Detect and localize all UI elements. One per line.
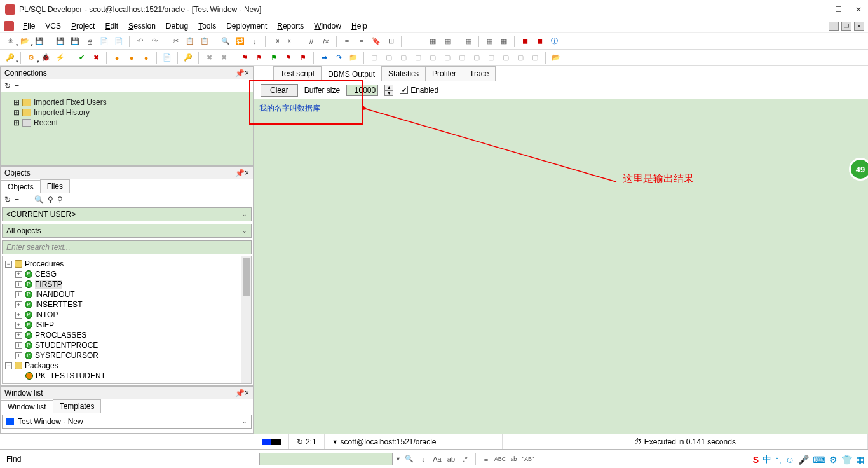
flag-r4[interactable]: ⚑ bbox=[297, 52, 309, 64]
winlist-pin-icon[interactable]: 📌 bbox=[235, 389, 245, 397]
enabled-checkbox[interactable]: ✔Enabled bbox=[400, 86, 438, 95]
w9[interactable]: ▢ bbox=[485, 52, 498, 64]
procedure-item[interactable]: SYSREFCURSOR bbox=[35, 351, 98, 360]
cmd-window-button[interactable]: ▦ bbox=[441, 35, 454, 48]
window-list-item[interactable]: Test Window - New ⌄ bbox=[2, 415, 252, 429]
find-abc-icon[interactable]: ABC bbox=[494, 453, 506, 465]
menu-file[interactable]: File bbox=[18, 20, 40, 32]
scope-dropdown[interactable]: All objects⌄ bbox=[2, 224, 252, 238]
connect-button[interactable]: 🔑 bbox=[4, 52, 17, 64]
conn-remove-icon[interactable]: — bbox=[23, 81, 31, 90]
sql-window-button[interactable]: ▦ bbox=[426, 35, 439, 48]
save-as-button[interactable]: 💾 bbox=[69, 35, 81, 48]
compile-button[interactable]: ⚡ bbox=[54, 52, 67, 64]
w5[interactable]: ▢ bbox=[426, 52, 439, 64]
expand-icon[interactable]: + bbox=[15, 312, 22, 319]
clear-button[interactable]: Clear bbox=[261, 84, 298, 97]
package-item[interactable]: PK_TESTSTUDENT bbox=[36, 371, 105, 380]
close-button[interactable]: ✕ bbox=[854, 5, 863, 14]
flag-r2[interactable]: ⚑ bbox=[253, 52, 266, 64]
find-next-button[interactable]: ↓ bbox=[248, 35, 261, 48]
tab-dbms-output[interactable]: DBMS Output bbox=[321, 67, 382, 81]
expand-icon[interactable]: + bbox=[15, 352, 22, 359]
expand-icon[interactable]: + bbox=[15, 281, 22, 288]
save-button[interactable]: 💾 bbox=[33, 35, 46, 48]
info-button[interactable]: ⓘ bbox=[548, 35, 560, 48]
report-button[interactable]: ▦ bbox=[462, 35, 475, 48]
conn-add-icon[interactable]: + bbox=[15, 81, 19, 90]
mdi-minimize[interactable]: _ bbox=[829, 22, 839, 31]
menu-deployment[interactable]: Deployment bbox=[221, 20, 272, 32]
w6[interactable]: ▢ bbox=[441, 52, 454, 64]
ime-skin-icon[interactable]: 👕 bbox=[841, 455, 852, 465]
save-all-button[interactable]: 💾 bbox=[54, 35, 67, 48]
obj-remove-icon[interactable]: — bbox=[23, 195, 31, 204]
del-a[interactable]: ✖ bbox=[203, 52, 215, 64]
expand-icon[interactable]: + bbox=[15, 291, 22, 298]
find-button[interactable]: 🔍 bbox=[219, 35, 232, 48]
obj-find-icon[interactable]: 🔍 bbox=[34, 195, 44, 204]
list-button[interactable]: ≡ bbox=[341, 35, 353, 48]
find-dropdown-icon[interactable]: ▼ bbox=[395, 456, 401, 462]
redo-button[interactable]: ↷ bbox=[148, 35, 161, 48]
flag-r3[interactable]: ⚑ bbox=[282, 52, 295, 64]
buffer-size-input[interactable] bbox=[346, 85, 378, 96]
w4[interactable]: ▢ bbox=[412, 52, 424, 64]
buffer-up-icon[interactable]: ▲ bbox=[384, 85, 393, 90]
tab-objects[interactable]: Objects bbox=[1, 180, 41, 193]
menu-help[interactable]: Help bbox=[346, 20, 372, 32]
find-next-icon[interactable]: ↓ bbox=[417, 453, 429, 465]
print-button[interactable]: 🖨 bbox=[83, 35, 96, 48]
ime-punct-icon[interactable]: °, bbox=[775, 455, 782, 465]
w1[interactable]: ▢ bbox=[368, 52, 381, 64]
comment-button[interactable]: // bbox=[305, 35, 318, 48]
expand-icon[interactable]: + bbox=[15, 301, 22, 308]
procedure-item[interactable]: CESG bbox=[35, 270, 57, 279]
winlist-close[interactable]: × bbox=[245, 389, 249, 397]
paste-button[interactable]: 📋 bbox=[198, 35, 211, 48]
find-underline-icon[interactable]: ab̲ bbox=[508, 453, 520, 465]
bookmark-button[interactable]: 🔖 bbox=[370, 35, 383, 48]
w11[interactable]: ▢ bbox=[514, 52, 527, 64]
procedure-item[interactable]: INTOP bbox=[35, 310, 58, 319]
menu-debug[interactable]: Debug bbox=[161, 20, 193, 32]
del-b[interactable]: ✖ bbox=[217, 52, 230, 64]
menu-edit[interactable]: Edit bbox=[100, 20, 123, 32]
find-input[interactable] bbox=[259, 453, 393, 465]
step-over[interactable]: ↷ bbox=[332, 52, 345, 64]
find-search-icon[interactable]: 🔍 bbox=[403, 453, 415, 465]
format-button[interactable]: ≡ bbox=[355, 35, 368, 48]
procedure-item[interactable]: STUDENTPROCE bbox=[35, 341, 98, 350]
expand-icon[interactable]: + bbox=[15, 271, 22, 278]
obj-add-icon[interactable]: + bbox=[15, 195, 19, 204]
ime-settings-icon[interactable]: ⚙ bbox=[829, 455, 837, 465]
collapse-icon[interactable]: − bbox=[5, 362, 12, 369]
win-b-button[interactable]: ▦ bbox=[498, 35, 510, 48]
ime-sogou-icon[interactable]: S bbox=[753, 455, 759, 465]
minimize-button[interactable]: — bbox=[813, 5, 822, 14]
connections-pin-icon[interactable]: 📌 bbox=[235, 69, 245, 78]
break-a[interactable]: ● bbox=[111, 52, 123, 64]
script-button[interactable]: 📄 bbox=[161, 52, 173, 64]
objects-pin-icon[interactable]: 📌 bbox=[235, 169, 245, 177]
window-button[interactable]: ⊞ bbox=[384, 35, 397, 48]
procedure-item[interactable]: ISIFP bbox=[35, 320, 54, 329]
refresh-icon[interactable]: ↻ bbox=[297, 437, 303, 446]
find-list-icon[interactable]: ≡ bbox=[480, 453, 492, 465]
find-case-icon[interactable]: Aa bbox=[431, 453, 443, 465]
menu-vcs[interactable]: VCS bbox=[40, 20, 66, 32]
w8[interactable]: ▢ bbox=[470, 52, 483, 64]
connections-close[interactable]: × bbox=[245, 69, 249, 78]
new-button[interactable]: ✳ bbox=[4, 35, 17, 48]
obj-filter-b-icon[interactable]: ⚲ bbox=[57, 195, 63, 204]
objects-close[interactable]: × bbox=[245, 169, 249, 177]
break-button[interactable]: ◼ bbox=[533, 35, 546, 48]
packages-node[interactable]: Packages bbox=[25, 361, 58, 370]
conn-refresh-icon[interactable]: ↻ bbox=[4, 81, 11, 90]
win-a-button[interactable]: ▦ bbox=[483, 35, 496, 48]
dbms-output-area[interactable]: 我的名字叫数据库 这里是输出结果 bbox=[254, 99, 868, 434]
conn-item-recent[interactable]: Recent bbox=[34, 118, 58, 127]
ime-grid-icon[interactable]: ▦ bbox=[856, 455, 864, 465]
menu-tools[interactable]: Tools bbox=[193, 20, 221, 32]
scrollbar[interactable] bbox=[241, 256, 251, 383]
